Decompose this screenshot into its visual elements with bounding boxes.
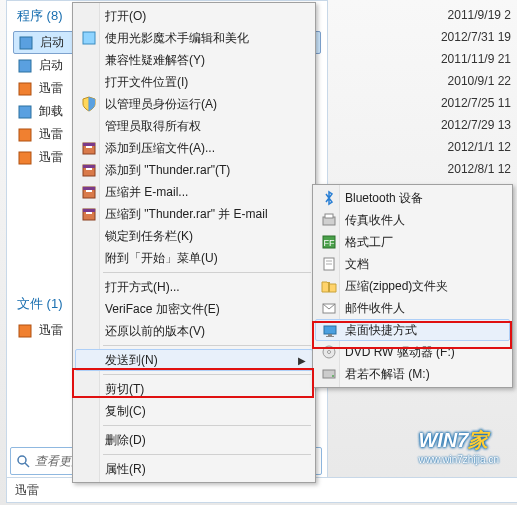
rar-icon xyxy=(81,162,97,178)
menu-item[interactable]: 剪切(T) xyxy=(75,378,313,400)
menu-item[interactable]: 邮件收件人 xyxy=(315,297,510,319)
menu-item-label: 邮件收件人 xyxy=(345,300,405,317)
menu-item[interactable]: 锁定到任务栏(K) xyxy=(75,225,313,247)
menu-item[interactable]: VeriFace 加密文件(E) xyxy=(75,298,313,320)
svg-rect-15 xyxy=(83,187,95,190)
menu-item[interactable]: 附到「开始」菜单(U) xyxy=(75,247,313,269)
menu-item-label: 添加到压缩文件(A)... xyxy=(105,140,215,157)
svg-rect-29 xyxy=(324,326,336,334)
zip-icon xyxy=(321,278,337,294)
menu-item[interactable]: 以管理员身份运行(A) xyxy=(75,93,313,115)
svg-rect-9 xyxy=(83,143,95,146)
menu-item-label: 复制(C) xyxy=(105,403,146,420)
date-cell: 2012/7/29 13 xyxy=(441,114,511,136)
menu-item-label: 压缩(zipped)文件夹 xyxy=(345,278,448,295)
menu-item-label: 添加到 "Thunder.rar"(T) xyxy=(105,162,230,179)
app-icon xyxy=(18,35,34,51)
breadcrumb-text: 迅雷 xyxy=(15,482,39,499)
menu-item-label: 管理员取得所有权 xyxy=(105,118,201,135)
menu-item-label: 传真收件人 xyxy=(345,212,405,229)
app-icon xyxy=(17,104,33,120)
magic-icon xyxy=(81,30,97,46)
menu-item-label: 属性(R) xyxy=(105,461,146,478)
menu-item[interactable]: DVD RW 驱动器 (F:) xyxy=(315,341,510,363)
menu-item[interactable]: 打开文件位置(I) xyxy=(75,71,313,93)
date-cell: 2010/9/1 22 xyxy=(441,70,511,92)
app-icon xyxy=(17,127,33,143)
svg-rect-5 xyxy=(19,152,31,164)
date-column: 2011/9/19 22012/7/31 192011/11/9 212010/… xyxy=(441,4,511,202)
rar-icon xyxy=(81,184,97,200)
svg-rect-18 xyxy=(83,209,95,212)
svg-rect-2 xyxy=(19,83,31,95)
menu-item-label: 使用光影魔术手编辑和美化 xyxy=(105,30,249,47)
menu-item[interactable]: 删除(D) xyxy=(75,429,313,451)
separator xyxy=(103,454,311,455)
menu-item[interactable]: 兼容性疑难解答(Y) xyxy=(75,49,313,71)
fax-icon xyxy=(321,212,337,228)
item-label: 迅雷 xyxy=(39,149,63,166)
item-label: 迅雷 xyxy=(39,80,63,97)
menu-item[interactable]: 桌面快捷方式 xyxy=(315,319,510,341)
desk-icon xyxy=(322,323,338,339)
date-cell: 2012/7/25 11 xyxy=(441,92,511,114)
menu-item[interactable]: 压缩(zipped)文件夹 xyxy=(315,275,510,297)
menu-item[interactable]: Bluetooth 设备 xyxy=(315,187,510,209)
menu-item[interactable]: 添加到压缩文件(A)... xyxy=(75,137,313,159)
menu-item[interactable]: 管理员取得所有权 xyxy=(75,115,313,137)
svg-rect-13 xyxy=(86,168,92,170)
menu-item-label: 打开(O) xyxy=(105,8,146,25)
svg-rect-21 xyxy=(325,214,333,218)
menu-item-label: 压缩并 E-mail... xyxy=(105,184,188,201)
menu-item[interactable]: 还原以前的版本(V) xyxy=(75,320,313,342)
menu-item[interactable]: 添加到 "Thunder.rar"(T) xyxy=(75,159,313,181)
svg-rect-12 xyxy=(83,165,95,168)
date-cell: 2012/1/1 12 xyxy=(441,136,511,158)
date-cell: 2011/11/9 21 xyxy=(441,48,511,70)
doc-icon xyxy=(321,256,337,272)
menu-item-label: 文档 xyxy=(345,256,369,273)
app-icon xyxy=(17,58,33,74)
svg-rect-1 xyxy=(19,60,31,72)
svg-rect-27 xyxy=(328,282,330,292)
svg-rect-31 xyxy=(326,336,334,337)
svg-text:FF: FF xyxy=(324,238,335,248)
rar-icon xyxy=(81,140,97,156)
menu-item[interactable]: 传真收件人 xyxy=(315,209,510,231)
menu-item[interactable]: 压缩并 E-mail... xyxy=(75,181,313,203)
hdd-icon xyxy=(321,366,337,382)
menu-item-label: 以管理员身份运行(A) xyxy=(105,96,217,113)
menu-item[interactable]: 属性(R) xyxy=(75,458,313,480)
separator xyxy=(103,425,311,426)
menu-item[interactable]: 打开(O) xyxy=(75,5,313,27)
menu-item-label: DVD RW 驱动器 (F:) xyxy=(345,344,455,361)
menu-item[interactable]: 压缩到 "Thunder.rar" 并 E-mail xyxy=(75,203,313,225)
menu-item-label: 兼容性疑难解答(Y) xyxy=(105,52,205,69)
svg-line-37 xyxy=(25,463,29,467)
menu-item[interactable]: 打开方式(H)... xyxy=(75,276,313,298)
svg-rect-0 xyxy=(20,37,32,49)
svg-rect-30 xyxy=(328,334,332,336)
menu-item-label: 打开方式(H)... xyxy=(105,279,180,296)
menu-item[interactable]: 君若不解语 (M:) xyxy=(315,363,510,385)
menu-item-label: Bluetooth 设备 xyxy=(345,190,423,207)
menu-item-label: 打开文件位置(I) xyxy=(105,74,188,91)
menu-item[interactable]: 发送到(N)▶ xyxy=(75,349,313,371)
menu-item[interactable]: FF格式工厂 xyxy=(315,231,510,253)
context-menu: 打开(O)使用光影魔术手编辑和美化兼容性疑难解答(Y)打开文件位置(I)以管理员… xyxy=(72,2,316,483)
shield-icon xyxy=(81,96,97,112)
dvd-icon xyxy=(321,344,337,360)
item-label: 启动 xyxy=(40,34,64,51)
svg-rect-3 xyxy=(19,106,31,118)
item-label: 卸载 xyxy=(39,103,63,120)
submenu-arrow-icon: ▶ xyxy=(298,355,306,366)
menu-item-label: 删除(D) xyxy=(105,432,146,449)
watermark-logo: WIN7家 www.win7zhijia.cn xyxy=(418,427,499,465)
menu-item[interactable]: 复制(C) xyxy=(75,400,313,422)
menu-item[interactable]: 文档 xyxy=(315,253,510,275)
date-cell: 2012/7/31 19 xyxy=(441,26,511,48)
date-cell: 2011/9/19 2 xyxy=(441,4,511,26)
menu-item-label: VeriFace 加密文件(E) xyxy=(105,301,220,318)
menu-item[interactable]: 使用光影魔术手编辑和美化 xyxy=(75,27,313,49)
ff-icon: FF xyxy=(321,234,337,250)
